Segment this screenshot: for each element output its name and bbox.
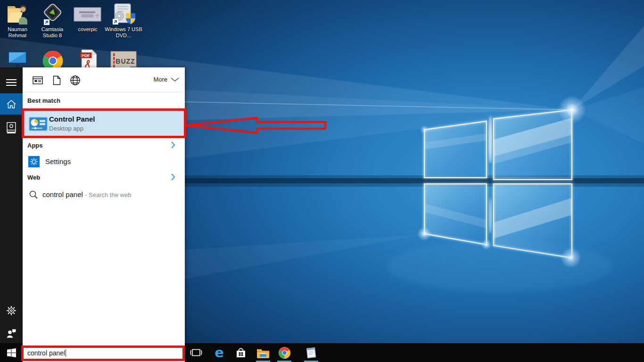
- file-explorer-button[interactable]: [253, 343, 273, 362]
- filter-apps-button[interactable]: [31, 74, 44, 87]
- desktop-icon-user-folder[interactable]: Nauman Rehmat: [0, 3, 35, 39]
- search-input[interactable]: control panel: [23, 346, 185, 362]
- chevron-right-icon: [171, 141, 175, 149]
- home-icon: [6, 99, 17, 109]
- more-label: More: [153, 76, 167, 83]
- desktop-icon-label: Windows 7 USB DVD...: [105, 26, 142, 39]
- web-section-chevron[interactable]: [171, 173, 175, 183]
- chrome-icon: [278, 346, 291, 359]
- search-input-value: control panel: [27, 349, 65, 357]
- search-filter-bar: More: [23, 67, 185, 92]
- user-folder-icon: [6, 3, 29, 25]
- web-suggestion-text: control panel - Search the web: [42, 190, 131, 198]
- search-notebook-button[interactable]: [0, 119, 23, 136]
- settings-result-label: Settings: [45, 157, 71, 165]
- desktop-icon-label: Camtasia Studio 8: [35, 26, 70, 39]
- desktop-icon-coverpic[interactable]: coverpic: [70, 3, 105, 33]
- edge-icon: e: [215, 343, 224, 362]
- search-flyout-rail: [0, 67, 23, 343]
- globe-icon: [70, 75, 81, 86]
- filter-web-button[interactable]: [68, 74, 82, 87]
- gear-icon: [6, 305, 17, 316]
- apps-section-chevron[interactable]: [171, 141, 175, 151]
- text-caret: [66, 349, 66, 357]
- windows-desktop: Nauman Rehmat Camtasia Studio 8 coverpic: [0, 0, 644, 362]
- search-home-button[interactable]: [0, 93, 23, 115]
- best-match-result-control-panel[interactable]: Control Panel Desktop app: [23, 111, 185, 136]
- notepad-button[interactable]: [301, 343, 322, 362]
- svg-text:PDF: PDF: [82, 53, 91, 58]
- windows-logo-icon: [7, 348, 16, 357]
- task-view-icon: [190, 348, 203, 357]
- svg-text:BUZZ: BUZZ: [116, 58, 135, 65]
- search-feedback-button[interactable]: [0, 326, 23, 341]
- store-button[interactable]: [231, 343, 251, 362]
- task-view-button[interactable]: [186, 343, 206, 362]
- apps-filter-icon: [33, 76, 43, 84]
- gear-icon: [30, 158, 38, 165]
- notebook-icon: [7, 122, 16, 134]
- desktop-icon-label: coverpic: [70, 26, 105, 33]
- web-search-suggestion[interactable]: control panel - Search the web: [23, 188, 185, 203]
- camtasia-icon: [40, 3, 65, 25]
- chevron-down-icon: [171, 77, 179, 82]
- search-flyout-panel: More Best match Control Panel Desktop: [23, 67, 185, 362]
- image-thumbnail-icon: [73, 3, 102, 25]
- edge-button[interactable]: e: [209, 343, 230, 362]
- control-panel-icon: [29, 117, 48, 131]
- best-match-subtitle: Desktop app: [49, 125, 83, 132]
- desktop-icon-camtasia[interactable]: Camtasia Studio 8: [35, 3, 70, 39]
- desktop-icon-label: Nauman Rehmat: [0, 26, 35, 39]
- web-section-header[interactable]: Web: [27, 174, 40, 181]
- desktop-icon-win7-usb-dvd[interactable]: Windows 7 USB DVD...: [105, 3, 142, 39]
- more-dropdown[interactable]: More: [153, 76, 179, 83]
- chrome-button[interactable]: [274, 343, 295, 362]
- web-suggestion-query: control panel: [42, 190, 83, 198]
- web-suggestion-hint: - Search the web: [85, 191, 131, 198]
- settings-tile: [28, 156, 40, 167]
- search-result-settings[interactable]: Settings: [23, 154, 185, 171]
- hamburger-menu-button[interactable]: [0, 75, 23, 90]
- best-match-header: Best match: [27, 97, 60, 104]
- notepad-icon: [305, 346, 317, 359]
- document-filter-icon: [53, 75, 61, 85]
- search-settings-button[interactable]: [0, 303, 23, 318]
- win7-usb-dvd-tool-icon: [111, 3, 136, 25]
- best-match-title: Control Panel: [49, 115, 95, 123]
- store-icon: [235, 346, 247, 359]
- filter-documents-button[interactable]: [50, 74, 63, 87]
- start-button[interactable]: [0, 343, 23, 362]
- chevron-right-icon: [171, 173, 175, 181]
- hamburger-icon: [6, 79, 17, 86]
- feedback-person-icon: [6, 329, 17, 338]
- file-explorer-icon: [256, 347, 270, 358]
- search-icon: [29, 190, 38, 199]
- apps-section-header[interactable]: Apps: [27, 142, 43, 149]
